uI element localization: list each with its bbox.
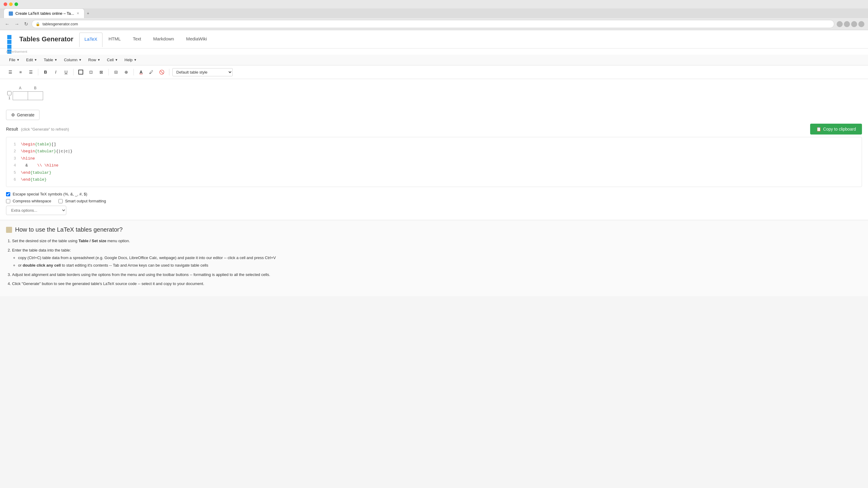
outer-borders-btn[interactable]: ⊡	[87, 68, 95, 76]
translate-icon[interactable]	[837, 21, 843, 27]
extensions-icon[interactable]	[851, 21, 857, 27]
escape-checkbox[interactable]	[6, 192, 10, 196]
col-header-row: A B	[13, 85, 43, 91]
code-text-6: \end{table}	[21, 176, 47, 183]
line-num-6: 6	[10, 176, 16, 183]
cell-b1[interactable]	[28, 91, 43, 100]
code-block[interactable]: 1 \begin{table}[] 2 \begin{tabular}{|c|c…	[6, 137, 862, 187]
line-num-3: 3	[10, 155, 16, 162]
tab-html[interactable]: HTML	[102, 31, 127, 47]
align-center-btn[interactable]: ≡	[16, 68, 25, 76]
align-left-btn[interactable]: ☰	[6, 68, 14, 76]
help-icon	[6, 227, 12, 233]
result-hint: (click "Generate" to refresh)	[21, 127, 69, 132]
no-borders-btn[interactable]: ⊠	[97, 68, 105, 76]
align-center-icon: ≡	[19, 70, 22, 75]
menu-column-label: Column	[64, 58, 78, 62]
tab-close-btn[interactable]: ✕	[76, 11, 79, 16]
table-grid-wrapper: A B 1	[6, 85, 43, 100]
kw-hline-1: \hline	[21, 156, 35, 161]
split-cells-btn[interactable]: ⊕	[122, 68, 130, 76]
refresh-btn[interactable]: ↻	[23, 20, 29, 28]
merge-cells-btn[interactable]: ⊟	[112, 68, 120, 76]
all-borders-btn[interactable]	[76, 68, 85, 76]
menu-file[interactable]: File ▼	[6, 56, 23, 63]
close-window-btn[interactable]	[4, 2, 7, 6]
bold-icon: B	[44, 70, 47, 75]
logo-block-1	[7, 35, 11, 39]
clear-color-btn[interactable]: 🚫	[157, 68, 166, 76]
tab-latex[interactable]: LaTeX	[79, 33, 102, 47]
menu-table-arrow: ▼	[54, 58, 57, 61]
outer-borders-icon: ⊡	[89, 70, 93, 75]
address-input[interactable]: 🔒 tablesgenerator.com	[32, 20, 834, 28]
kw-tabular-end: {tabular}	[30, 170, 51, 175]
align-right-icon: ☰	[29, 70, 33, 75]
logo[interactable]: Tables Generator	[6, 30, 73, 48]
cell-a1[interactable]	[13, 91, 28, 100]
menu-edit[interactable]: Edit ▼	[23, 56, 40, 63]
line-num-2: 2	[10, 148, 16, 155]
row-select-checkbox[interactable]	[7, 91, 11, 95]
generate-label: Generate	[17, 113, 34, 117]
code-line-5: 5 \end{tabular}	[10, 169, 858, 176]
lock-icon: 🔒	[36, 22, 40, 26]
minimize-window-btn[interactable]	[9, 2, 13, 6]
extra-options-select[interactable]: Extra options...	[6, 206, 66, 215]
menu-column[interactable]: Column ▼	[61, 56, 85, 63]
help-title: How to use the LaTeX tables generator?	[15, 226, 123, 233]
menu-cell[interactable]: Cell ▼	[104, 56, 121, 63]
italic-btn[interactable]: I	[52, 68, 60, 76]
split-cells-icon: ⊕	[124, 70, 128, 75]
back-btn[interactable]: ←	[4, 20, 11, 28]
tab-text[interactable]: Text	[127, 31, 147, 47]
table-row-1-wrapper: 1	[6, 91, 43, 100]
menu-table[interactable]: Table ▼	[41, 56, 60, 63]
kw-bracket-1: []	[51, 142, 56, 147]
forward-btn[interactable]: →	[13, 20, 21, 28]
bookmark-icon[interactable]	[844, 21, 850, 27]
extra-options-row: Extra options...	[6, 206, 862, 215]
browser-chrome: Create LaTeX tables online – Ta... ✕ + ←…	[0, 0, 868, 30]
smart-checkbox[interactable]	[59, 199, 63, 203]
all-borders-icon	[79, 70, 83, 75]
maximize-window-btn[interactable]	[14, 2, 18, 6]
help-step-2b-bold: double click any cell	[23, 263, 61, 267]
copy-label: Copy to clipboard	[823, 127, 856, 132]
text-color-btn[interactable]: A	[137, 68, 145, 76]
menu-row[interactable]: Row ▼	[85, 56, 103, 63]
menu-help[interactable]: Help ▼	[121, 56, 140, 63]
menu-edit-arrow: ▼	[34, 58, 37, 61]
toolbar-sep-3	[108, 69, 109, 76]
code-line-4: 4 & \\ \hline	[10, 162, 858, 169]
tab-markdown[interactable]: Markdown	[147, 31, 180, 47]
compress-checkbox[interactable]	[6, 199, 10, 203]
menu-edit-label: Edit	[26, 58, 33, 62]
new-tab-btn[interactable]: +	[84, 8, 92, 18]
toolbar-sep-4	[133, 69, 134, 76]
generate-button[interactable]: ⚙ Generate	[6, 110, 39, 120]
ad-label: Advertisement	[0, 49, 868, 55]
table-style-select[interactable]: Default table style Booktabs style No bo…	[173, 68, 233, 76]
align-right-btn[interactable]: ☰	[27, 68, 35, 76]
toolbar-sep-5	[169, 69, 169, 76]
underline-btn[interactable]: U	[62, 68, 70, 76]
bold-btn[interactable]: B	[41, 68, 50, 76]
bg-color-icon: 🖊	[149, 70, 153, 75]
result-header: Result (click "Generate" to refresh) 📋 C…	[6, 124, 862, 135]
logo-text: Tables Generator	[19, 35, 73, 43]
code-text-4: & \\ \hline	[21, 162, 59, 169]
copy-to-clipboard-button[interactable]: 📋 Copy to clipboard	[810, 124, 862, 135]
bg-color-btn[interactable]: 🖊	[147, 68, 156, 76]
tab-mediawiki[interactable]: MediaWiki	[180, 31, 213, 47]
site-nav: LaTeX HTML Text Markdown MediaWiki	[79, 31, 213, 47]
line-num-5: 5	[10, 169, 16, 176]
merge-cells-icon: ⊟	[114, 70, 118, 75]
code-line-2: 2 \begin{tabular}{|c|c|}	[10, 148, 858, 155]
code-text-5: \end{tabular}	[21, 169, 51, 176]
traffic-lights	[4, 2, 18, 6]
main-content: Advertisement File ▼ Edit ▼ Table ▼ Colu…	[0, 49, 868, 296]
browser-tab-active[interactable]: Create LaTeX tables online – Ta... ✕	[4, 8, 84, 18]
settings-icon[interactable]	[858, 21, 864, 27]
table-row-1	[13, 91, 43, 100]
